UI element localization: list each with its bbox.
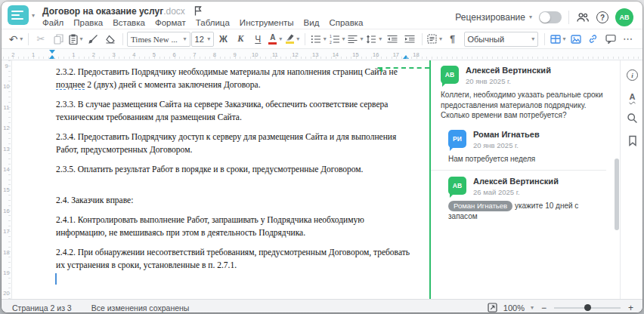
help-icon[interactable]: ? <box>596 11 608 23</box>
align-button[interactable]: ▾ <box>347 32 364 47</box>
chevron-down-icon[interactable]: ▾ <box>20 36 23 42</box>
zoom-slider[interactable] <box>554 307 621 309</box>
avatar[interactable]: АВ <box>615 8 633 26</box>
ruler-number: 2 <box>84 51 104 58</box>
toggle-knob <box>540 12 550 23</box>
ruler-number: 7 <box>184 51 205 58</box>
nonprinting-icon: ¶ <box>450 34 455 45</box>
bold-button[interactable]: Ж <box>215 32 231 47</box>
insert-link-button[interactable] <box>585 32 602 47</box>
chevron-down-icon[interactable]: ▾ <box>360 36 363 42</box>
review-mode-label[interactable]: Рецензирование <box>455 12 525 23</box>
insert-table-button[interactable]: ▾ <box>549 32 567 47</box>
font-size-select[interactable]: 12▾ <box>191 32 215 47</box>
ruler-number: 11 <box>265 51 286 58</box>
document-page[interactable]: 2.3.2. Предоставить Подрядчику необходим… <box>12 60 429 299</box>
comment-item[interactable]: РИ Роман Игнатьев 20 янв 2025 г. Нам пот… <box>448 130 606 165</box>
menu-item[interactable]: Инструменты <box>240 18 294 27</box>
chevron-down-icon[interactable]: ▾ <box>324 36 327 42</box>
copy-button[interactable] <box>50 32 67 47</box>
more-button[interactable]: ⋯ <box>620 32 636 47</box>
insert-comment-button[interactable] <box>602 32 619 47</box>
comment-date: 26 май 2025 г. <box>473 188 559 196</box>
chevron-down-icon[interactable]: ▾ <box>296 36 299 42</box>
chevron-down-icon[interactable]: ▾ <box>563 36 566 42</box>
ruler-number: 12 <box>285 51 305 58</box>
spellcheck-icon[interactable]: А <box>630 92 636 101</box>
menu-item[interactable]: Формат <box>155 18 186 27</box>
nonprinting-chars-button[interactable]: ¶ <box>444 32 461 47</box>
users-icon[interactable] <box>576 12 590 23</box>
underline-button[interactable]: Ч <box>249 32 266 47</box>
clear-style-button[interactable] <box>102 32 119 47</box>
menu-item[interactable]: Файл <box>42 18 63 27</box>
paragraph-settings-button[interactable]: ▾ <box>426 32 444 47</box>
chevron-down-icon[interactable]: ▾ <box>342 36 345 42</box>
comment-icon <box>605 34 616 44</box>
left-indent-marker[interactable] <box>49 55 55 59</box>
menu-item[interactable]: Таблица <box>196 18 230 27</box>
font-name-select[interactable]: Times New ...▾ <box>127 32 190 47</box>
paste-button[interactable]: ▾ <box>67 32 84 47</box>
undo-icon: ↶ <box>9 34 18 45</box>
chevron-down-icon[interactable]: ▾ <box>531 305 534 311</box>
table-icon <box>550 35 561 44</box>
font-color-button[interactable]: А▾ <box>267 32 283 47</box>
outdent-icon <box>387 35 398 44</box>
zoom-out-button[interactable]: − <box>540 303 548 313</box>
svg-text:2: 2 <box>330 39 332 44</box>
bullet-list-button[interactable]: ▾ <box>309 32 327 47</box>
comment-item[interactable]: АВ Алексей Вертинский 20 янв 2025 г. Кол… <box>441 66 606 121</box>
chevron-down-icon[interactable]: ▾ <box>32 13 35 19</box>
numbered-list-button[interactable]: 12▾ <box>328 32 346 47</box>
format-painter-button[interactable] <box>85 32 101 47</box>
chevron-down-icon[interactable]: ▾ <box>529 14 532 20</box>
horizontal-ruler[interactable]: 21123456789101112131415161718 <box>2 49 642 60</box>
info-icon[interactable]: i <box>627 69 638 81</box>
chevron-down-icon[interactable]: ▾ <box>279 36 282 42</box>
zoom-value[interactable]: 100% <box>503 303 525 312</box>
ruler-number: 10 <box>245 51 265 58</box>
insert-image-button[interactable] <box>568 32 584 47</box>
flag-icon[interactable] <box>194 6 202 16</box>
ruler-number: 13 <box>2 145 11 165</box>
page-indicator[interactable]: Страница 2 из 3 <box>12 303 72 312</box>
zoom-slider-handle[interactable] <box>584 304 591 311</box>
comment-item[interactable]: АВ Алексей Вертинский 26 май 2025 г. Ром… <box>448 177 606 222</box>
italic-button[interactable]: К <box>232 32 249 47</box>
cut-button[interactable]: ✂ <box>33 32 49 47</box>
vertical-ruler[interactable]: 91011121314151617181920 <box>2 60 12 299</box>
search-icon[interactable] <box>627 112 638 124</box>
line-spacing-button[interactable]: ▾ <box>365 32 383 47</box>
font-name-value: Times New ... <box>131 35 178 44</box>
menu-item[interactable]: Вставка <box>113 18 145 27</box>
commented-word[interactable]: позднее <box>56 80 85 89</box>
increase-indent-button[interactable] <box>401 32 418 47</box>
review-toggle[interactable] <box>539 11 562 23</box>
ruler-number: 17 <box>2 227 11 248</box>
highlight-button[interactable]: ▾ <box>284 32 301 47</box>
save-status: Все изменения сохранены <box>91 303 190 312</box>
style-select[interactable]: Обычный▾ <box>464 32 539 47</box>
chevron-down-icon[interactable]: ▾ <box>439 36 442 42</box>
menu-item[interactable]: Вид <box>304 18 320 27</box>
zoom-in-button[interactable]: + <box>627 303 635 313</box>
fit-width-icon[interactable] <box>488 303 497 312</box>
vertical-scrollbar[interactable] <box>614 60 620 299</box>
chevron-down-icon[interactable]: ▾ <box>379 36 382 42</box>
chevron-down-icon[interactable]: ▾ <box>80 36 83 42</box>
scrollbar-thumb[interactable] <box>615 159 619 230</box>
menu-item[interactable]: Правка <box>73 18 103 27</box>
app-logo[interactable] <box>8 5 29 25</box>
decrease-indent-button[interactable] <box>384 32 401 47</box>
mention-chip[interactable]: Роман Игнатьев <box>448 201 512 211</box>
menu-item[interactable]: Справка <box>329 18 363 27</box>
align-icon <box>348 35 358 44</box>
ruler-numbers: 21123456789101112131415161718 <box>2 49 642 60</box>
undo-button[interactable]: ↶▾ <box>8 32 24 47</box>
first-line-indent-marker[interactable] <box>49 50 55 54</box>
bookmark-icon[interactable] <box>628 135 637 146</box>
divider <box>544 33 545 45</box>
font-size-value: 12 <box>195 35 204 44</box>
right-indent-marker[interactable] <box>403 55 409 59</box>
